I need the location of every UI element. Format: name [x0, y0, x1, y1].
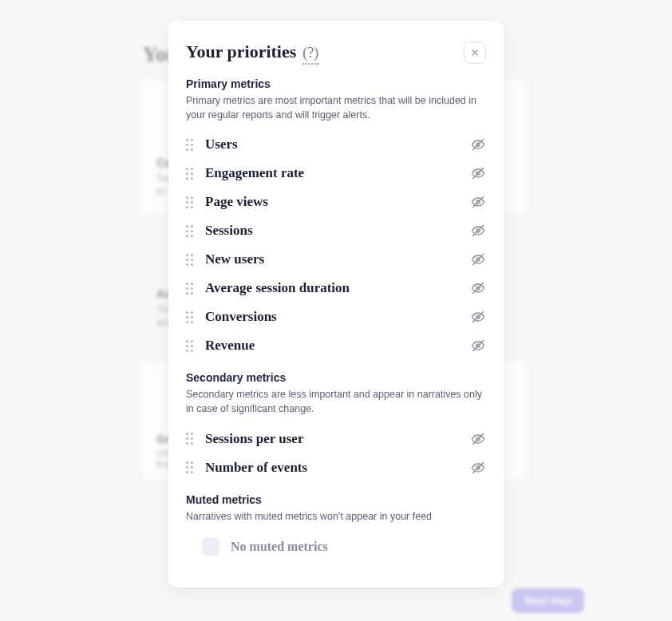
placeholder-box-icon: [202, 538, 219, 556]
visibility-toggle[interactable]: [470, 280, 486, 296]
modal-title-wrap: Your priorities (?): [186, 42, 318, 65]
section-desc: Narratives with muted metrics won't appe…: [186, 509, 486, 524]
muted-empty-label: No muted metrics: [231, 540, 328, 554]
metric-label: Sessions: [205, 223, 461, 239]
visibility-toggle[interactable]: [470, 136, 486, 152]
visibility-toggle[interactable]: [470, 223, 486, 239]
muted-empty-state: No muted metrics: [186, 532, 486, 556]
close-icon: [470, 48, 480, 57]
metric-row-engagement-rate[interactable]: Engagement rate: [186, 159, 486, 188]
metric-label: Page views: [205, 194, 461, 210]
metric-row-number-of-events[interactable]: Number of events: [186, 453, 486, 482]
eye-off-icon: [470, 251, 486, 267]
drag-handle-icon[interactable]: [186, 196, 196, 208]
drag-handle-icon[interactable]: [186, 139, 196, 151]
metric-row-revenue[interactable]: Revenue: [186, 331, 486, 360]
section-desc: Primary metrics are most important metri…: [186, 93, 486, 122]
metric-label: Conversions: [205, 309, 461, 325]
visibility-toggle[interactable]: [470, 309, 486, 325]
eye-off-icon: [470, 136, 486, 152]
metric-row-new-users[interactable]: New users: [186, 245, 486, 274]
section-title: Muted metrics: [186, 493, 486, 506]
drag-handle-icon[interactable]: [186, 433, 196, 445]
eye-off-icon: [470, 165, 486, 181]
secondary-metrics-section: Secondary metrics Secondary metrics are …: [186, 371, 486, 481]
metric-row-avg-session-duration[interactable]: Average session duration: [186, 274, 486, 303]
eye-off-icon: [470, 460, 486, 476]
metric-label: Number of events: [205, 460, 461, 476]
metric-row-conversions[interactable]: Conversions: [186, 303, 486, 331]
drag-handle-icon[interactable]: [186, 225, 196, 237]
metric-label: Revenue: [205, 338, 461, 354]
eye-off-icon: [470, 431, 486, 447]
drag-handle-icon[interactable]: [186, 340, 196, 352]
section-title: Primary metrics: [186, 77, 486, 90]
metric-row-sessions[interactable]: Sessions: [186, 216, 486, 245]
drag-handle-icon[interactable]: [186, 461, 196, 473]
metric-label: Engagement rate: [205, 165, 461, 181]
drag-handle-icon[interactable]: [186, 168, 196, 180]
metric-row-users[interactable]: Users: [186, 130, 486, 159]
help-icon[interactable]: (?): [302, 45, 318, 65]
drag-handle-icon[interactable]: [186, 283, 196, 295]
section-title: Secondary metrics: [186, 371, 486, 384]
eye-off-icon: [470, 338, 486, 354]
visibility-toggle[interactable]: [470, 251, 486, 267]
eye-off-icon: [470, 223, 486, 239]
primary-metrics-section: Primary metrics Primary metrics are most…: [186, 77, 486, 360]
modal-header: Your priorities (?): [186, 42, 486, 65]
eye-off-icon: [470, 194, 486, 210]
visibility-toggle[interactable]: [470, 431, 486, 447]
eye-off-icon: [470, 280, 486, 296]
drag-handle-icon[interactable]: [186, 311, 196, 323]
metric-row-sessions-per-user[interactable]: Sessions per user: [186, 425, 486, 453]
section-desc: Secondary metrics are less important and…: [186, 387, 486, 416]
metric-row-page-views[interactable]: Page views: [186, 188, 486, 216]
drag-handle-icon[interactable]: [186, 254, 196, 266]
metric-label: Average session duration: [205, 280, 461, 296]
muted-metrics-section: Muted metrics Narratives with muted metr…: [186, 493, 486, 556]
visibility-toggle[interactable]: [470, 338, 486, 354]
metric-label: Sessions per user: [205, 431, 461, 447]
visibility-toggle[interactable]: [470, 165, 486, 181]
priorities-modal: Your priorities (?) Primary metrics Prim…: [168, 21, 504, 587]
visibility-toggle[interactable]: [470, 460, 486, 476]
close-button[interactable]: [464, 42, 486, 64]
eye-off-icon: [470, 309, 486, 325]
modal-title: Your priorities: [186, 42, 296, 62]
metric-label: New users: [205, 251, 461, 267]
visibility-toggle[interactable]: [470, 194, 486, 210]
metric-label: Users: [205, 136, 461, 152]
